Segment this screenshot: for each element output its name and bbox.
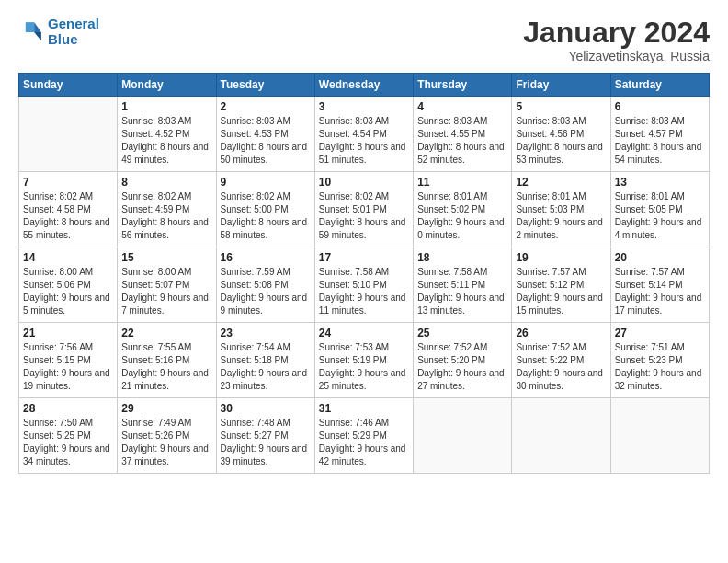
- daylight: Daylight: 9 hours and 30 minutes.: [516, 368, 603, 391]
- sunset: Sunset: 5:05 PM: [615, 204, 683, 214]
- day-number: 6: [615, 100, 705, 113]
- daylight: Daylight: 9 hours and 32 minutes.: [615, 368, 702, 391]
- sunset: Sunset: 4:57 PM: [615, 129, 683, 139]
- day-info: Sunrise: 8:03 AMSunset: 4:53 PMDaylight:…: [221, 115, 311, 167]
- calendar-cell: 16Sunrise: 7:59 AMSunset: 5:08 PMDayligh…: [216, 247, 314, 323]
- sunset: Sunset: 5:23 PM: [615, 355, 683, 365]
- day-info: Sunrise: 8:02 AMSunset: 4:58 PMDaylight:…: [23, 190, 113, 242]
- daylight: Daylight: 8 hours and 50 minutes.: [221, 142, 308, 165]
- daylight: Daylight: 9 hours and 17 minutes.: [615, 293, 702, 316]
- day-number: 8: [121, 176, 211, 189]
- sunset: Sunset: 5:08 PM: [221, 280, 289, 290]
- daylight: Daylight: 9 hours and 27 minutes.: [417, 368, 505, 391]
- sunrise: Sunrise: 8:02 AM: [319, 191, 389, 201]
- sunrise: Sunrise: 7:58 AM: [319, 267, 389, 277]
- week-row-1: 1Sunrise: 8:03 AMSunset: 4:52 PMDaylight…: [19, 97, 710, 172]
- sunrise: Sunrise: 8:03 AM: [516, 116, 586, 126]
- sunset: Sunset: 4:52 PM: [121, 129, 189, 139]
- daylight: Daylight: 8 hours and 55 minutes.: [23, 217, 110, 240]
- daylight: Daylight: 9 hours and 37 minutes.: [121, 443, 209, 466]
- sunrise: Sunrise: 7:54 AM: [221, 342, 290, 352]
- week-row-5: 28Sunrise: 7:50 AMSunset: 5:25 PMDayligh…: [19, 398, 710, 474]
- sunrise: Sunrise: 7:52 AM: [417, 342, 487, 352]
- calendar-cell: 7Sunrise: 8:02 AMSunset: 4:58 PMDaylight…: [19, 172, 118, 247]
- day-number: 15: [121, 251, 211, 264]
- calendar-cell: 12Sunrise: 8:01 AMSunset: 5:03 PMDayligh…: [512, 172, 610, 247]
- day-info: Sunrise: 7:58 AMSunset: 5:10 PMDaylight:…: [319, 266, 409, 317]
- sunrise: Sunrise: 7:57 AM: [516, 267, 586, 277]
- cal-subtitle: Yelizavetinskaya, Russia: [523, 49, 710, 63]
- daylight: Daylight: 9 hours and 21 minutes.: [121, 368, 209, 391]
- sunset: Sunset: 5:02 PM: [417, 204, 485, 214]
- sunrise: Sunrise: 7:58 AM: [417, 267, 487, 277]
- day-info: Sunrise: 7:48 AMSunset: 5:27 PMDaylight:…: [221, 417, 311, 468]
- sunset: Sunset: 5:15 PM: [23, 355, 91, 365]
- day-number: 30: [221, 402, 311, 415]
- day-info: Sunrise: 7:59 AMSunset: 5:08 PMDaylight:…: [221, 266, 311, 317]
- sunrise: Sunrise: 8:03 AM: [417, 116, 487, 126]
- calendar-cell: 17Sunrise: 7:58 AMSunset: 5:10 PMDayligh…: [314, 247, 413, 323]
- calendar-cell: [19, 97, 118, 172]
- day-number: 25: [417, 327, 507, 339]
- logo-text: General Blue: [48, 17, 99, 47]
- day-info: Sunrise: 8:03 AMSunset: 4:52 PMDaylight:…: [121, 115, 211, 167]
- day-info: Sunrise: 8:03 AMSunset: 4:54 PMDaylight:…: [319, 115, 409, 167]
- week-row-3: 14Sunrise: 8:00 AMSunset: 5:06 PMDayligh…: [19, 247, 710, 323]
- sunset: Sunset: 5:27 PM: [221, 431, 289, 441]
- sunrise: Sunrise: 8:03 AM: [615, 116, 685, 126]
- week-row-2: 7Sunrise: 8:02 AMSunset: 4:58 PMDaylight…: [19, 172, 710, 247]
- daylight: Daylight: 9 hours and 23 minutes.: [221, 368, 308, 391]
- col-monday: Monday: [118, 74, 216, 97]
- daylight: Daylight: 9 hours and 5 minutes.: [23, 293, 110, 316]
- sunrise: Sunrise: 7:49 AM: [121, 418, 191, 428]
- day-info: Sunrise: 7:56 AMSunset: 5:15 PMDaylight:…: [23, 341, 113, 393]
- day-info: Sunrise: 8:03 AMSunset: 4:57 PMDaylight:…: [615, 115, 705, 167]
- calendar-cell: 2Sunrise: 8:03 AMSunset: 4:53 PMDaylight…: [216, 97, 314, 172]
- calendar-cell: 18Sunrise: 7:58 AMSunset: 5:11 PMDayligh…: [414, 247, 512, 323]
- sunset: Sunset: 5:00 PM: [221, 204, 289, 214]
- sunrise: Sunrise: 7:55 AM: [121, 342, 191, 352]
- sunrise: Sunrise: 7:51 AM: [615, 342, 685, 352]
- day-number: 29: [121, 402, 211, 415]
- calendar-cell: 25Sunrise: 7:52 AMSunset: 5:20 PMDayligh…: [414, 323, 512, 398]
- daylight: Daylight: 8 hours and 52 minutes.: [417, 142, 505, 165]
- sunset: Sunset: 5:03 PM: [516, 204, 584, 214]
- sunrise: Sunrise: 8:01 AM: [615, 191, 685, 201]
- day-info: Sunrise: 8:01 AMSunset: 5:03 PMDaylight:…: [516, 190, 606, 242]
- daylight: Daylight: 8 hours and 54 minutes.: [615, 142, 702, 165]
- day-info: Sunrise: 8:01 AMSunset: 5:05 PMDaylight:…: [615, 190, 705, 242]
- daylight: Daylight: 9 hours and 13 minutes.: [417, 293, 505, 316]
- logo-icon: [18, 19, 44, 45]
- sunset: Sunset: 5:25 PM: [23, 431, 91, 441]
- day-number: 27: [615, 327, 705, 339]
- day-number: 5: [516, 100, 606, 113]
- day-number: 31: [319, 402, 409, 415]
- calendar-table: Sunday Monday Tuesday Wednesday Thursday…: [18, 73, 710, 474]
- day-info: Sunrise: 8:03 AMSunset: 4:56 PMDaylight:…: [516, 115, 606, 167]
- week-row-4: 21Sunrise: 7:56 AMSunset: 5:15 PMDayligh…: [19, 323, 710, 398]
- calendar-cell: 5Sunrise: 8:03 AMSunset: 4:56 PMDaylight…: [512, 97, 610, 172]
- day-number: 11: [417, 176, 507, 189]
- calendar-cell: 13Sunrise: 8:01 AMSunset: 5:05 PMDayligh…: [610, 172, 709, 247]
- sunrise: Sunrise: 8:00 AM: [23, 267, 93, 277]
- daylight: Daylight: 9 hours and 34 minutes.: [23, 443, 110, 466]
- day-number: 1: [121, 100, 211, 113]
- day-number: 4: [417, 100, 507, 113]
- day-number: 20: [615, 251, 705, 264]
- day-number: 26: [516, 327, 606, 339]
- sunrise: Sunrise: 8:02 AM: [221, 191, 290, 201]
- sunset: Sunset: 4:58 PM: [23, 204, 91, 214]
- calendar-cell: 27Sunrise: 7:51 AMSunset: 5:23 PMDayligh…: [610, 323, 709, 398]
- day-info: Sunrise: 7:52 AMSunset: 5:22 PMDaylight:…: [516, 341, 606, 393]
- calendar-cell: 22Sunrise: 7:55 AMSunset: 5:16 PMDayligh…: [118, 323, 216, 398]
- day-number: 3: [319, 100, 409, 113]
- day-number: 13: [615, 176, 705, 189]
- sunset: Sunset: 5:01 PM: [319, 204, 387, 214]
- daylight: Daylight: 9 hours and 2 minutes.: [516, 217, 603, 240]
- sunrise: Sunrise: 7:59 AM: [221, 267, 290, 277]
- calendar-cell: 4Sunrise: 8:03 AMSunset: 4:55 PMDaylight…: [414, 97, 512, 172]
- sunset: Sunset: 5:19 PM: [319, 355, 387, 365]
- sunrise: Sunrise: 7:48 AM: [221, 418, 290, 428]
- logo-line2: Blue: [48, 31, 78, 47]
- calendar-cell: 15Sunrise: 8:00 AMSunset: 5:07 PMDayligh…: [118, 247, 216, 323]
